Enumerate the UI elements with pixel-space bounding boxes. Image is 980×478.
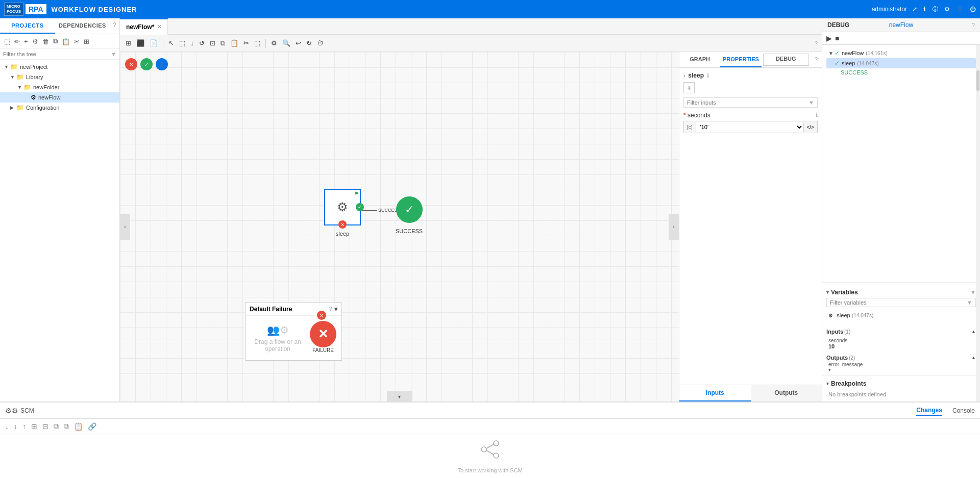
df-placeholder: 👥⚙ Drag a flow or an operation <box>251 324 305 353</box>
bottom-btn-1[interactable]: ↓ <box>4 421 10 432</box>
canvas-help-icon[interactable]: ? <box>815 40 818 46</box>
bottom-btn-3[interactable]: ↑ <box>21 421 27 432</box>
sleep-node[interactable]: ⚙ ⚑ ✕ ✓ sleep <box>324 189 361 237</box>
tab-dependencies[interactable]: DEPENDENCIES <box>55 18 110 34</box>
flag-icon: ⚑ <box>354 191 359 196</box>
tree-item-newFlow[interactable]: ▶ ⚙ newFlow <box>0 92 119 103</box>
undo-btn[interactable]: ↩ <box>294 38 303 48</box>
bottom-btn-6[interactable]: ⧉ <box>53 421 60 432</box>
edit-btn[interactable]: ✏ <box>13 37 21 46</box>
cut-toolbar-btn[interactable]: ✂ <box>242 38 251 48</box>
field-value-select[interactable]: '10' <box>696 121 803 133</box>
code-btn[interactable]: </> <box>803 122 817 132</box>
fit-btn[interactable]: ⬛ <box>135 38 146 48</box>
df-help-icon[interactable]: ? <box>329 306 332 313</box>
field-info-icon[interactable]: ℹ <box>816 112 818 118</box>
filter-inputs-input[interactable] <box>687 99 806 106</box>
paste-btn[interactable]: 📋 <box>61 37 71 46</box>
bottom-btn-2[interactable]: ↓ <box>13 421 18 432</box>
user-icon[interactable]: 👤 <box>956 6 964 13</box>
section-info-icon[interactable]: ℹ <box>707 72 709 79</box>
treeview-btn[interactable]: ⊞ <box>83 37 90 46</box>
stop-btn[interactable]: ■ <box>835 34 839 42</box>
expand-icon[interactable]: ⤢ <box>912 6 917 13</box>
panel-help-icon[interactable]: ? <box>811 52 822 67</box>
canvas-nav-right-btn[interactable]: › <box>669 214 679 240</box>
variables-filter-icon[interactable]: ▼ <box>970 289 976 295</box>
export-btn[interactable]: 📄 <box>148 38 159 48</box>
user-icon: 👤 <box>158 61 165 68</box>
output-field-value-row[interactable]: ▾ <box>828 367 974 372</box>
select-btn[interactable]: ↖ <box>167 38 176 48</box>
signout-icon[interactable]: ⏻ <box>970 6 976 13</box>
grid-btn[interactable]: ⊞ <box>124 38 133 48</box>
redo-btn[interactable]: ↻ <box>305 38 313 48</box>
settings-btn[interactable]: ⚙ <box>31 37 39 46</box>
bottom-btn-9[interactable]: 🔗 <box>87 421 97 432</box>
panel-tab-inputs[interactable]: Inputs <box>679 385 751 401</box>
tab-properties[interactable]: PROPERTIES <box>720 52 761 67</box>
add-btn[interactable]: + <box>23 37 29 46</box>
info-icon[interactable]: 🛈 <box>932 6 938 13</box>
settings-icon[interactable]: ⚙ <box>944 6 950 13</box>
tab-console[interactable]: Console <box>952 406 975 415</box>
tree-item-Configuration[interactable]: ▶ 📁 Configuration <box>0 103 119 113</box>
undo-group-btn[interactable]: ⊡ <box>208 38 217 48</box>
help-circle-icon[interactable]: ℹ <box>923 6 926 13</box>
bottom-btn-7[interactable]: ⧉ <box>63 421 70 432</box>
cut-btn[interactable]: ✂ <box>73 37 81 46</box>
refresh-btn[interactable]: ↺ <box>198 38 206 48</box>
bottom-btn-5[interactable]: ⊟ <box>41 421 50 432</box>
canvas-nav-left-btn[interactable]: ‹ <box>120 214 130 240</box>
filter-input[interactable] <box>3 51 109 57</box>
bottom-btn-8[interactable]: 📋 <box>73 421 84 432</box>
bottom-btn-4[interactable]: ⊞ <box>30 421 38 432</box>
link-btn[interactable]: ⚙ <box>270 38 279 48</box>
var-item-sleep[interactable]: ⚙ sleep (14.047s) <box>826 310 976 320</box>
add-input-btn[interactable]: + <box>683 82 695 93</box>
nav-user[interactable]: administrator <box>872 6 907 13</box>
section-arrow-icon[interactable]: › <box>683 73 685 79</box>
variables-filter-input[interactable] <box>830 299 965 306</box>
sidebar-help-icon[interactable]: ? <box>110 18 119 34</box>
tab-graph[interactable]: GRAPH <box>679 52 720 67</box>
debug-scrollbar[interactable] <box>976 45 980 401</box>
user-btn[interactable]: 👤 <box>156 58 168 70</box>
failure-circle[interactable]: ✕ <box>310 321 336 347</box>
variables-header[interactable]: ▾ Variables ▼ <box>826 287 976 298</box>
success-node[interactable]: ✓ SUCCESS <box>396 196 423 234</box>
delete-btn[interactable]: 🗑 <box>41 37 50 46</box>
copy-toolbar-btn[interactable]: ⧉ <box>219 38 227 48</box>
tree-item-newFolder[interactable]: ▼ 📁 newFolder <box>0 82 119 92</box>
success-circle[interactable]: ✓ <box>396 196 423 223</box>
canvas-area[interactable]: ✕ ✓ 👤 ⚙ ⚑ ✕ ✓ <box>120 52 679 401</box>
tab-changes[interactable]: Changes <box>916 406 942 416</box>
run-btn[interactable]: ✓ <box>140 58 153 70</box>
history-btn[interactable]: ⏱ <box>315 38 325 48</box>
panel-tab-outputs[interactable]: Outputs <box>751 385 822 401</box>
tab-projects[interactable]: PROJECTS <box>0 18 55 34</box>
debug-item-sleep[interactable]: ✓ sleep (14.047s) <box>826 58 976 68</box>
inputs-header[interactable]: Inputs (1) ▲ <box>826 326 976 337</box>
tree-item-Library[interactable]: ▼ 📁 Library <box>0 72 119 82</box>
tab-debug[interactable]: DEBUG <box>763 54 809 66</box>
failure-node[interactable]: ✕ FAILURE <box>310 321 336 355</box>
debug-help-icon[interactable]: ? <box>972 22 975 28</box>
paste-toolbar-btn[interactable]: 📋 <box>229 38 240 48</box>
df-collapse-icon[interactable]: ▾ <box>334 306 337 313</box>
stop-btn[interactable]: ✕ <box>125 58 137 70</box>
copy-btn[interactable]: ⧉ <box>52 36 59 46</box>
canvas-nav-bottom-btn[interactable]: ▾ <box>387 391 412 401</box>
close-icon[interactable]: ✕ <box>157 24 161 30</box>
node-box[interactable]: ⚙ ⚑ ✕ ✓ <box>324 189 361 225</box>
new-file-btn[interactable]: ⬚ <box>3 37 11 46</box>
down-btn[interactable]: ↓ <box>189 38 195 48</box>
play-btn[interactable]: ▶ <box>826 34 832 42</box>
zoom-in-btn[interactable]: 🔍 <box>281 38 292 48</box>
delete-btn[interactable]: ⬚ <box>178 38 187 48</box>
tab-newFlow[interactable]: newFlow* ✕ <box>120 18 168 35</box>
debug-item-newFlow[interactable]: ▼ ✓ newFlow (14.161s) <box>826 48 976 58</box>
import-btn[interactable]: ⬚ <box>253 38 262 48</box>
tree-item-newProject[interactable]: ▼ 📁 newProject <box>0 62 119 72</box>
outputs-header[interactable]: Outputs (2) ▲ <box>826 355 976 361</box>
